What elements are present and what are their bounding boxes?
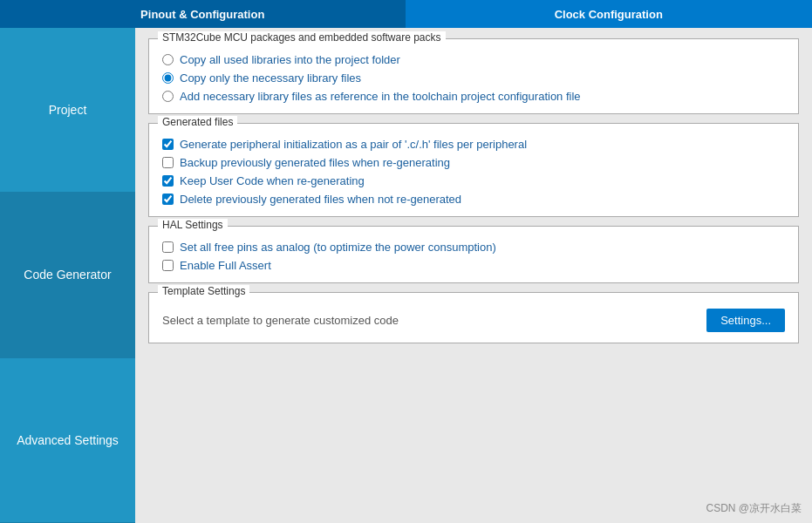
settings-button[interactable]: Settings... <box>706 309 785 332</box>
gen-option-4[interactable]: Delete previously generated files when n… <box>162 193 785 206</box>
template-settings-legend: Template Settings <box>158 285 249 297</box>
hal-settings-legend: HAL Settings <box>158 219 228 231</box>
sidebar: Project Code Generator Advanced Settings <box>0 28 135 523</box>
stm32-radio-group: Copy all used libraries into the project… <box>162 53 785 103</box>
sidebar-item-project[interactable]: Project <box>0 28 135 193</box>
gen-checkbox-3[interactable] <box>162 175 174 187</box>
stm32-legend: STM32Cube MCU packages and embedded soft… <box>158 31 446 44</box>
hal-checkbox-1[interactable] <box>162 241 174 253</box>
gen-option-1[interactable]: Generate peripheral initialization as a … <box>162 138 785 151</box>
stm32-radio-1[interactable] <box>162 54 174 65</box>
header-tabs: Pinout & Configuration Clock Configurati… <box>0 0 812 28</box>
gen-option-2[interactable]: Backup previously generated files when r… <box>162 156 785 169</box>
hal-settings-section: HAL Settings Set all free pins as analog… <box>148 226 799 283</box>
stm32-section: STM32Cube MCU packages and embedded soft… <box>148 38 799 114</box>
generated-files-checkbox-group: Generate peripheral initialization as a … <box>162 138 785 206</box>
stm32-option-3[interactable]: Add necessary library files as reference… <box>162 90 785 103</box>
template-settings-section: Template Settings Select a template to g… <box>148 292 799 343</box>
hal-option-2[interactable]: Enable Full Assert <box>162 259 785 272</box>
stm32-radio-2[interactable] <box>162 72 174 84</box>
gen-checkbox-2[interactable] <box>162 157 174 168</box>
watermark: CSDN @凉开水白菜 <box>706 501 802 516</box>
gen-option-3[interactable]: Keep User Code when re-generating <box>162 174 785 187</box>
template-placeholder-text: Select a template to generate customized… <box>162 314 399 327</box>
hal-settings-group: Set all free pins as analog (to optimize… <box>162 241 785 272</box>
sidebar-item-code-generator[interactable]: Code Generator <box>0 193 135 357</box>
main-layout: Project Code Generator Advanced Settings… <box>0 28 812 523</box>
content-area: STM32Cube MCU packages and embedded soft… <box>135 28 812 523</box>
sidebar-item-advanced-settings[interactable]: Advanced Settings <box>0 358 135 523</box>
tab-pinout[interactable]: Pinout & Configuration <box>0 0 406 28</box>
generated-files-section: Generated files Generate peripheral init… <box>148 123 799 217</box>
hal-option-1[interactable]: Set all free pins as analog (to optimize… <box>162 241 785 254</box>
gen-checkbox-4[interactable] <box>162 194 174 205</box>
stm32-radio-3[interactable] <box>162 91 174 102</box>
generated-files-legend: Generated files <box>158 116 237 128</box>
gen-checkbox-1[interactable] <box>162 139 174 150</box>
stm32-option-2[interactable]: Copy only the necessary library files <box>162 71 785 85</box>
tab-clock[interactable]: Clock Configuration <box>406 0 813 28</box>
hal-checkbox-2[interactable] <box>162 260 174 271</box>
stm32-option-1[interactable]: Copy all used libraries into the project… <box>162 53 785 66</box>
template-row: Select a template to generate customized… <box>162 309 785 332</box>
